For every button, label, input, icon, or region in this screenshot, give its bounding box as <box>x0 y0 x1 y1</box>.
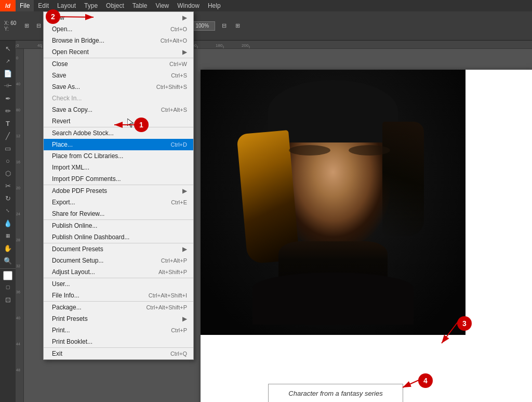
image-container[interactable] <box>201 70 466 335</box>
menu-item-exit-shortcut: Ctrl+Q <box>170 351 187 357</box>
menu-item-package[interactable]: Package... Ctrl+Alt+Shift+P <box>44 302 193 313</box>
tb-view2[interactable]: ⊞ <box>232 20 243 32</box>
menu-item-file-info[interactable]: File Info... Ctrl+Alt+Shift+I <box>44 290 193 301</box>
menu-item-revert[interactable]: Revert <box>44 115 193 127</box>
tb-align-btn[interactable]: ⊞ <box>21 20 32 32</box>
svg-text:180: 180 <box>216 43 223 48</box>
menu-item-export[interactable]: Export... Ctrl+E <box>44 197 193 208</box>
menu-item-open-label: Open... <box>52 25 72 33</box>
menu-item-open[interactable]: Open... Ctrl+O <box>44 23 193 35</box>
menu-item-save[interactable]: Save Ctrl+S <box>44 70 193 81</box>
menu-item-adobe-pdf[interactable]: Adobe PDF Presets ▶ <box>44 185 193 197</box>
menu-item-doc-presets[interactable]: Document Presets ▶ <box>44 243 193 255</box>
svg-text:16: 16 <box>16 160 20 164</box>
tool-ellipse[interactable]: ○ <box>2 155 14 166</box>
menu-item-open-recent-arrow: ▶ <box>182 48 187 56</box>
menu-item-print-presets-label: Print Presets <box>52 315 88 322</box>
tool-rect[interactable]: ▭ <box>2 142 14 154</box>
menu-section-6: Document Presets ▶ Document Setup... Ctr… <box>44 243 193 278</box>
badge-2: 2 <box>46 9 60 24</box>
svg-text:80: 80 <box>16 108 20 112</box>
tool-view-mode[interactable]: ⊡ <box>2 294 14 305</box>
menu-item-save-as-label: Save As... <box>52 83 80 90</box>
tool-line[interactable]: ╱ <box>2 130 14 141</box>
menu-item-share-review-label: Share for Review... <box>52 210 104 217</box>
tool-pencil[interactable]: ✏ <box>2 105 14 116</box>
tool-page[interactable]: 📄 <box>2 68 14 79</box>
menu-section-3: Search Adobe Stock... Place... Ctrl+D Pl… <box>44 127 193 185</box>
view-options: ⊟ ⊞ <box>218 20 243 32</box>
document-page: Character from a fantasy series <box>201 70 532 402</box>
menu-view[interactable]: View <box>151 0 173 11</box>
menu-section-9: Exit Ctrl+Q <box>44 348 193 359</box>
menu-item-save-as[interactable]: Save As... Ctrl+Shift+S <box>44 81 193 93</box>
menu-help[interactable]: Help <box>204 0 225 11</box>
tool-type[interactable]: T <box>2 118 14 129</box>
menu-object[interactable]: Object <box>102 0 128 11</box>
menu-item-print-booklet-label: Print Booklet... <box>52 338 92 345</box>
tool-scale[interactable]: ⤡ <box>2 205 14 216</box>
menu-section-5: Publish Online... Publish Online Dashboa… <box>44 220 193 243</box>
svg-text:0: 0 <box>17 43 19 48</box>
menu-item-search-stock-label: Search Adobe Stock... <box>52 129 114 137</box>
svg-text:0: 0 <box>16 56 18 60</box>
badge-4: 4 <box>418 373 433 388</box>
menu-item-open-recent[interactable]: Open Recent ▶ <box>44 46 193 58</box>
menu-file[interactable]: File <box>16 0 34 11</box>
menu-table[interactable]: Table <box>128 0 152 11</box>
tool-zoom[interactable]: 🔍 <box>2 255 14 266</box>
app-icon: Id <box>0 0 16 11</box>
menu-item-close[interactable]: Close Ctrl+W <box>44 58 193 70</box>
tool-fill[interactable] <box>3 271 12 280</box>
tb-view1[interactable]: ⊟ <box>218 20 230 32</box>
tool-polygon[interactable]: ⬡ <box>2 167 14 179</box>
menu-item-user[interactable]: User... <box>44 278 193 290</box>
menu-item-share-review[interactable]: Share for Review... <box>44 208 193 219</box>
menu-item-import-xml[interactable]: Import XML... <box>44 162 193 173</box>
menu-item-print-presets[interactable]: Print Presets ▶ <box>44 313 193 325</box>
tool-gap[interactable]: ⊣⊢ <box>2 80 14 92</box>
menu-item-print[interactable]: Print... Ctrl+P <box>44 325 193 336</box>
svg-text:200: 200 <box>242 43 249 48</box>
menu-item-search-stock[interactable]: Search Adobe Stock... <box>44 127 193 139</box>
menu-item-new[interactable]: New ▶ <box>44 12 193 23</box>
tool-gradient[interactable]: ▦ <box>2 230 14 241</box>
menu-item-place-cc-label: Place from CC Libraries... <box>52 152 123 160</box>
toolbar-group-transform: ⊞ ⊟ <box>19 11 46 40</box>
menu-section-7: User... File Info... Ctrl+Alt+Shift+I <box>44 278 193 302</box>
menu-item-save-copy-shortcut: Ctrl+Alt+S <box>161 107 187 113</box>
tool-eyedropper[interactable]: 💧 <box>2 217 14 229</box>
caption-text: Character from a fantasy series <box>288 390 382 397</box>
menu-item-doc-presets-label: Document Presets <box>52 245 103 253</box>
menu-item-print-booklet[interactable]: Print Booklet... <box>44 336 193 347</box>
menu-item-exit[interactable]: Exit Ctrl+Q <box>44 348 193 359</box>
menu-item-package-label: Package... <box>52 304 82 311</box>
menu-item-save-copy[interactable]: Save a Copy... Ctrl+Alt+S <box>44 104 193 115</box>
tool-rotate[interactable]: ↻ <box>2 192 14 204</box>
menu-item-browse[interactable]: Browse in Bridge... Ctrl+Alt+O <box>44 35 193 46</box>
menu-item-publish-online[interactable]: Publish Online... <box>44 220 193 231</box>
menu-item-print-shortcut: Ctrl+P <box>171 327 187 333</box>
tool-selector[interactable]: ↖ <box>2 43 14 54</box>
menu-item-user-label: User... <box>52 280 70 288</box>
file-menu-dropdown[interactable]: New ▶ Open... Ctrl+O Browse in Bridge...… <box>43 11 194 360</box>
menu-item-doc-setup-shortcut: Ctrl+Alt+P <box>161 257 187 264</box>
tool-direct-select[interactable]: ↗ <box>2 55 14 67</box>
menu-section-4: Adobe PDF Presets ▶ Export... Ctrl+E Sha… <box>44 185 193 220</box>
menu-item-import-pdf[interactable]: Import PDF Comments... <box>44 173 193 185</box>
tool-scissors[interactable]: ✂ <box>2 180 14 191</box>
menu-layout[interactable]: Layout <box>53 0 80 11</box>
menu-item-print-label: Print... <box>52 327 70 334</box>
tool-pen[interactable]: ✒ <box>2 93 14 104</box>
menu-window[interactable]: Window <box>173 0 204 11</box>
menu-item-import-pdf-label: Import PDF Comments... <box>52 175 121 183</box>
menu-item-publish-dashboard[interactable]: Publish Online Dashboard... <box>44 231 193 243</box>
menu-item-place[interactable]: Place... Ctrl+D <box>44 139 193 150</box>
menu-type[interactable]: Type <box>80 0 102 11</box>
svg-text:24: 24 <box>16 212 20 216</box>
menu-item-adjust-layout[interactable]: Adjust Layout... Alt+Shift+P <box>44 266 193 278</box>
menu-item-place-cc[interactable]: Place from CC Libraries... <box>44 150 193 162</box>
tool-stroke-box[interactable]: ▢ <box>2 281 14 293</box>
tool-hand[interactable]: ✋ <box>2 242 14 254</box>
menu-item-doc-setup[interactable]: Document Setup... Ctrl+Alt+P <box>44 255 193 266</box>
